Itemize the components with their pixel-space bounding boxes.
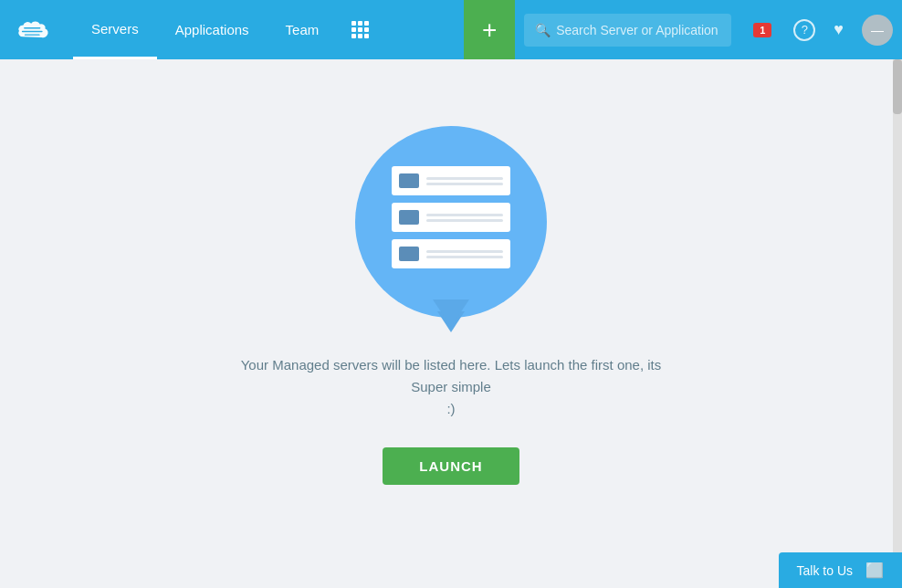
nav-servers[interactable]: Servers: [73, 0, 157, 59]
server-stack: [392, 166, 510, 268]
heart-icon: ♥: [834, 20, 844, 39]
scrollbar-track: [893, 59, 902, 588]
favorites-button[interactable]: ♥: [824, 20, 853, 39]
expand-icon: ⬜: [865, 562, 884, 579]
navbar: Servers Applications Team + 🔍 1 ? ♥ —: [0, 0, 902, 59]
talk-to-us-button[interactable]: Talk to Us ⬜: [779, 552, 902, 588]
nav-links: Servers Applications Team: [73, 0, 383, 59]
scrollbar-thumb[interactable]: [893, 59, 902, 114]
server-lines-1: [426, 177, 503, 185]
server-indicator-1: [399, 173, 419, 188]
notification-badge: 1: [753, 23, 771, 37]
avatar-initial: —: [871, 23, 884, 37]
empty-state-text: Your Managed servers will be listed here…: [223, 354, 679, 420]
server-row-1: [392, 166, 510, 195]
search-icon: 🔍: [535, 23, 551, 37]
help-button[interactable]: ?: [784, 19, 824, 41]
nav-applications[interactable]: Applications: [157, 0, 267, 59]
logo[interactable]: [9, 0, 64, 59]
server-indicator-3: [399, 247, 419, 261]
launch-button[interactable]: LAUNCH: [383, 447, 519, 485]
search-input[interactable]: [556, 23, 720, 37]
search-bar[interactable]: 🔍: [524, 14, 731, 47]
notification-button[interactable]: 1: [744, 23, 781, 37]
nav-team[interactable]: Team: [267, 0, 338, 59]
talk-to-us-label: Talk to Us: [797, 563, 853, 578]
help-icon: ?: [793, 19, 815, 41]
server-row-3: [392, 239, 510, 268]
svg-marker-3: [437, 311, 465, 332]
add-button[interactable]: +: [464, 0, 515, 59]
server-indicator-2: [399, 210, 419, 225]
grid-icon[interactable]: [337, 21, 383, 38]
main-content: Your Managed servers will be listed here…: [0, 59, 902, 588]
user-avatar[interactable]: —: [862, 15, 893, 46]
bell-area: 1: [744, 23, 781, 37]
server-illustration: [355, 126, 547, 318]
server-lines-2: [426, 214, 503, 222]
server-lines-3: [426, 250, 503, 258]
server-row-2: [392, 203, 510, 232]
